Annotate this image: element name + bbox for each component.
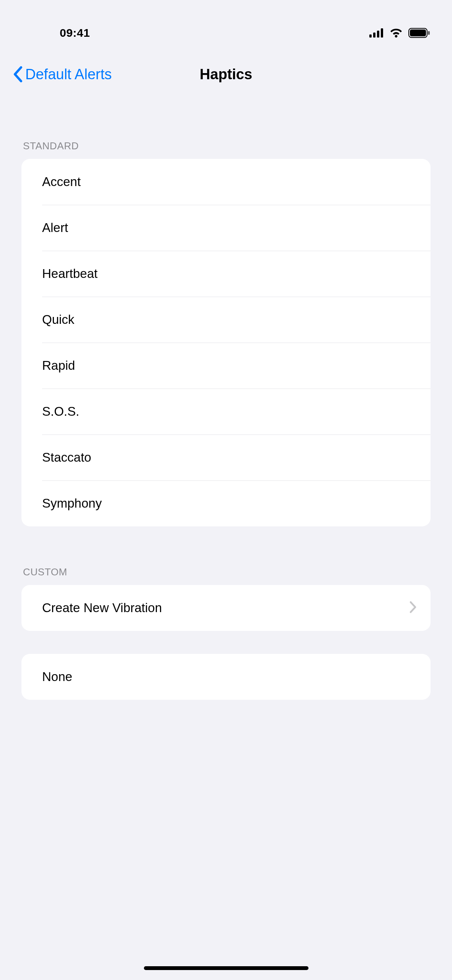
row-label: Create New Vibration xyxy=(42,601,162,615)
svg-rect-1 xyxy=(373,33,375,38)
standard-group: Accent Alert Heartbeat Quick Rapid S.O.S… xyxy=(21,159,431,526)
row-label: Staccato xyxy=(42,450,91,465)
none-group: None xyxy=(21,654,431,700)
svg-rect-2 xyxy=(377,31,379,38)
svg-rect-0 xyxy=(369,34,372,38)
section-header-custom: Custom xyxy=(0,566,452,585)
haptic-option-symphony[interactable]: Symphony xyxy=(21,480,431,526)
haptic-option-staccato[interactable]: Staccato xyxy=(21,434,431,480)
create-new-vibration-button[interactable]: Create New Vibration xyxy=(21,585,431,631)
svg-rect-3 xyxy=(381,28,383,38)
wifi-icon xyxy=(389,28,403,38)
haptic-option-accent[interactable]: Accent xyxy=(21,159,431,205)
battery-icon xyxy=(408,28,431,38)
cellular-icon xyxy=(369,28,384,38)
back-label: Default Alerts xyxy=(25,66,112,83)
row-label: None xyxy=(42,670,72,684)
haptic-option-alert[interactable]: Alert xyxy=(21,205,431,251)
custom-group: Create New Vibration xyxy=(21,585,431,631)
back-button[interactable]: Default Alerts xyxy=(12,66,112,83)
row-label: Rapid xyxy=(42,358,75,373)
svg-rect-6 xyxy=(428,31,430,35)
haptic-option-sos[interactable]: S.O.S. xyxy=(21,389,431,434)
chevron-right-icon xyxy=(409,601,417,615)
chevron-left-icon xyxy=(12,66,23,82)
section-header-standard: Standard xyxy=(0,140,452,159)
haptic-option-rapid[interactable]: Rapid xyxy=(21,343,431,389)
row-label: Quick xyxy=(42,312,74,327)
row-label: S.O.S. xyxy=(42,404,79,419)
haptic-option-none[interactable]: None xyxy=(21,654,431,700)
statusbar: 09:41 xyxy=(0,0,452,50)
row-label: Symphony xyxy=(42,496,102,511)
svg-rect-5 xyxy=(410,29,426,36)
haptic-option-heartbeat[interactable]: Heartbeat xyxy=(21,251,431,297)
statusbar-time: 09:41 xyxy=(21,26,90,39)
statusbar-icons xyxy=(369,28,431,38)
row-label: Heartbeat xyxy=(42,266,98,281)
home-indicator xyxy=(144,966,308,970)
navbar: Default Alerts Haptics xyxy=(0,56,452,93)
row-label: Accent xyxy=(42,175,81,189)
row-label: Alert xyxy=(42,220,68,235)
haptic-option-quick[interactable]: Quick xyxy=(21,297,431,343)
